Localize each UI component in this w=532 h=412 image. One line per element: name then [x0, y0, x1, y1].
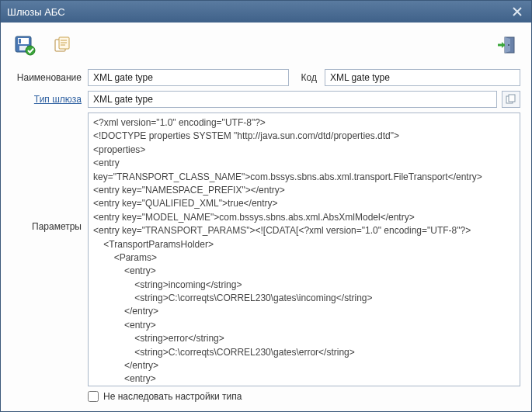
row-params: Параметры <?xml version="1.0" encoding="… — [12, 113, 520, 386]
label-params: Параметры — [12, 113, 83, 386]
exit-button[interactable] — [494, 33, 520, 57]
gate-type-input[interactable] — [88, 91, 497, 108]
svg-point-9 — [508, 44, 509, 46]
row-gate-type: Тип шлюза — [12, 91, 520, 108]
copy-button[interactable] — [49, 33, 75, 57]
params-textarea[interactable]: <?xml version="1.0" encoding="UTF-8"?> <… — [88, 113, 520, 386]
inherit-checkbox[interactable] — [88, 391, 99, 402]
svg-point-4 — [26, 46, 35, 55]
toolbar — [12, 30, 520, 64]
svg-rect-11 — [509, 95, 515, 102]
dialog-body: Наименование Код Тип шлюза Параметры <?x… — [1, 23, 531, 411]
window-title: Шлюзы АБС — [7, 6, 509, 18]
titlebar: Шлюзы АБС — [1, 1, 531, 23]
svg-rect-2 — [19, 39, 21, 43]
name-input[interactable] — [88, 69, 289, 86]
label-inherit: Не наследовать настройки типа — [103, 391, 242, 402]
copy-icon — [52, 35, 72, 55]
label-gate-type[interactable]: Тип шлюза — [12, 94, 83, 105]
exit-door-icon — [496, 35, 518, 55]
params-content: <?xml version="1.0" encoding="UTF-8"?> <… — [89, 113, 520, 386]
close-icon[interactable] — [509, 4, 525, 19]
copy-small-icon — [505, 94, 517, 105]
gate-type-picker-button[interactable] — [502, 91, 520, 108]
label-code: Код — [294, 72, 320, 83]
row-name: Наименование Код — [12, 69, 520, 86]
row-inherit: Не наследовать настройки типа — [88, 386, 520, 402]
save-check-icon — [13, 34, 37, 56]
code-input[interactable] — [325, 69, 520, 86]
save-button[interactable] — [12, 33, 38, 57]
label-name: Наименование — [12, 72, 83, 83]
